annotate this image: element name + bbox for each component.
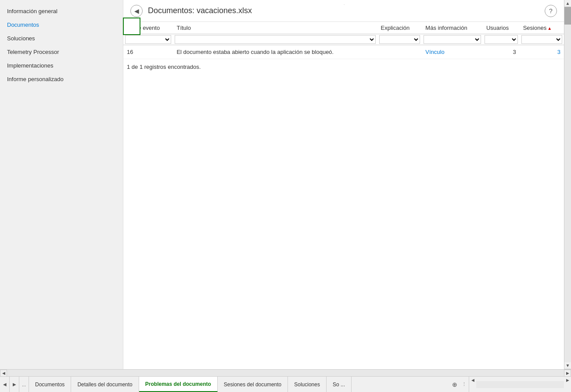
filter-mas-informacion[interactable] xyxy=(424,35,481,44)
right-scrollbar: ▲ ▼ xyxy=(564,0,571,369)
sidebar-item-soluciones[interactable]: Soluciones xyxy=(0,32,123,45)
scroll-up-arrow[interactable]: ▲ xyxy=(564,0,571,7)
col-header-mas-informacion: Más información xyxy=(422,22,483,34)
scroll-down-arrow[interactable]: ▼ xyxy=(564,362,571,369)
col-header-usuarios: Usuarios xyxy=(483,22,520,34)
bottom-scroll-left[interactable]: ◀ xyxy=(0,370,7,377)
tab-prev-right[interactable]: ▶ xyxy=(10,377,19,392)
tab-detalles-documento[interactable]: Detalles del documento xyxy=(71,377,139,392)
col-header-sesiones: Sesiones▲ xyxy=(520,22,564,34)
col-header-titulo: Título xyxy=(173,22,377,34)
filter-usuarios[interactable] xyxy=(485,35,518,44)
tab-so[interactable]: So ... xyxy=(327,377,352,392)
column-header-row: Id. de evento Título Explicación Más inf… xyxy=(123,22,564,34)
back-button[interactable]: ◀ xyxy=(130,5,143,17)
cell-titulo: El documento estaba abierto cuando la ap… xyxy=(173,45,377,59)
filter-sesiones[interactable] xyxy=(521,35,562,44)
filter-row xyxy=(123,34,564,45)
tab-scrollbar-track[interactable] xyxy=(476,381,564,388)
filter-explicacion[interactable] xyxy=(379,35,420,44)
sidebar-item-informacion-general[interactable]: Información general xyxy=(0,4,123,18)
sidebar-item-documentos[interactable]: Documentos xyxy=(0,18,123,32)
table-container: Id. de evento Título Explicación Más inf… xyxy=(123,22,564,369)
sort-indicator: ▲ xyxy=(547,26,552,31)
filter-id-evento[interactable] xyxy=(125,35,171,44)
sidebar-item-informe-personalizado[interactable]: Informe personalizado xyxy=(0,72,123,86)
tab-sesiones-documento[interactable]: Sesiones del documento xyxy=(218,377,288,392)
tab-scroll-left[interactable]: ◀ xyxy=(469,377,476,384)
scroll-thumb[interactable] xyxy=(564,7,571,25)
tab-scroll-right[interactable]: ▶ xyxy=(564,377,571,384)
tab-dots-button[interactable]: ... xyxy=(19,377,29,392)
scroll-track[interactable] xyxy=(564,7,571,362)
bottom-tabs: ◀ ▶ ... DocumentosDetalles del documento… xyxy=(0,376,571,392)
tab-problemas-documento[interactable]: Problemas del documento xyxy=(139,377,218,392)
table-row: 16El documento estaba abierto cuando la … xyxy=(123,45,564,59)
cell-usuarios: 3 xyxy=(483,45,520,59)
records-info: 1 de 1 registros encontrados. xyxy=(123,59,564,75)
help-button[interactable]: ? xyxy=(545,5,557,17)
selected-cell-indicator xyxy=(123,18,140,35)
header-dot: · xyxy=(344,3,345,7)
mas-informacion-link[interactable]: Vínculo xyxy=(425,49,444,55)
content-header: · ◀ Documentos: vacaciones.xlsx ? xyxy=(123,0,564,22)
bottom-scroll-track[interactable] xyxy=(7,370,564,376)
page-title: Documentos: vacaciones.xlsx xyxy=(148,6,545,15)
bottom-scrollbar: ◀ ▶ xyxy=(0,369,571,376)
tab-add-button[interactable]: ⊕ xyxy=(450,377,460,392)
cell-mas-informacion[interactable]: Vínculo xyxy=(422,45,483,59)
tab-prev-left[interactable]: ◀ xyxy=(0,377,10,392)
tab-documentos[interactable]: Documentos xyxy=(29,377,71,392)
sidebar: Información generalDocumentosSolucionesT… xyxy=(0,0,123,369)
sidebar-item-implementaciones[interactable]: Implementaciones xyxy=(0,59,123,72)
cell-explicacion xyxy=(377,45,422,59)
cell-id-evento: 16 xyxy=(123,45,173,59)
bottom-scroll-right[interactable]: ▶ xyxy=(564,370,571,377)
sidebar-item-telemetry-processor[interactable]: Telemetry Processor xyxy=(0,45,123,59)
cell-sesiones[interactable]: 3 xyxy=(520,45,564,59)
content-panel: · ◀ Documentos: vacaciones.xlsx ? Id. de… xyxy=(123,0,564,369)
data-table: Id. de evento Título Explicación Más inf… xyxy=(123,22,564,59)
col-header-explicacion: Explicación xyxy=(377,22,422,34)
tab-options-button[interactable]: ⋮ xyxy=(460,377,469,392)
tab-soluciones[interactable]: Soluciones xyxy=(288,377,327,392)
filter-titulo[interactable] xyxy=(175,35,375,44)
sesiones-link[interactable]: 3 xyxy=(557,49,560,55)
